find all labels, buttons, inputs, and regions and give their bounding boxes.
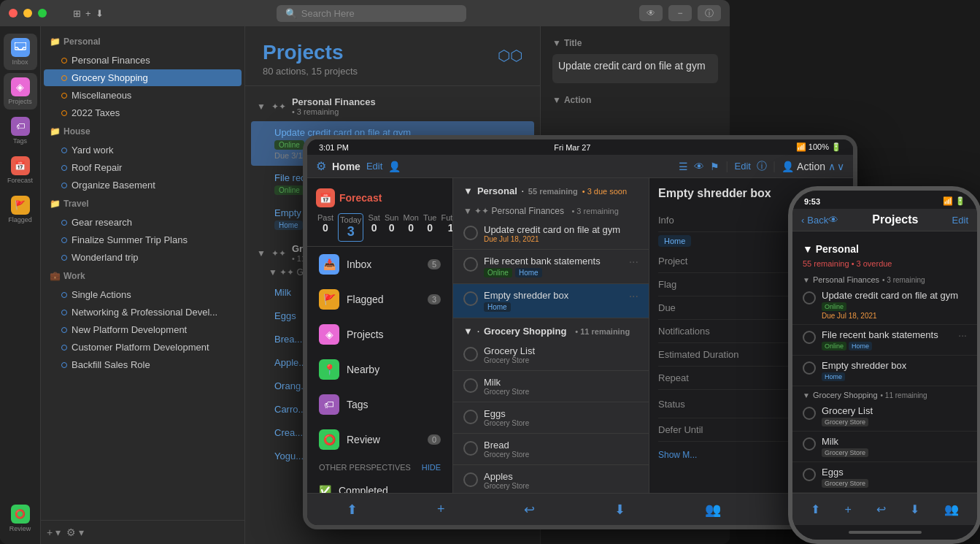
sidebar-item-backfill-sales[interactable]: Backfill Sales Role xyxy=(44,356,242,373)
sidebar-item-2022taxes[interactable]: 2022 Taxes xyxy=(44,104,242,121)
sidebar-item-projects[interactable]: ◈ Projects xyxy=(4,73,37,110)
ipad-grocery-header[interactable]: ▼ · Grocery Shopping • 11 remaining xyxy=(453,318,649,340)
sidebar-item-wonderland[interactable]: Wonderland trip xyxy=(44,249,242,266)
sidebar-item-inbox[interactable]: Inbox xyxy=(4,34,37,70)
sidebar-item-miscellaneous[interactable]: Miscellaneous xyxy=(44,87,242,104)
sidebar-group-travel[interactable]: 📁 Travel xyxy=(41,194,244,213)
sidebar-item-grocery-shopping[interactable]: Grocery Shopping xyxy=(44,69,242,86)
sidebar-item-new-platform[interactable]: New Platform Development xyxy=(44,321,242,338)
iphone-task-grocery-list[interactable]: Grocery List Grocery Store xyxy=(792,401,977,432)
sidebar-item-organize-basement[interactable]: Organize Basement xyxy=(44,177,242,194)
ipad-bottom-undo[interactable]: ↩ xyxy=(524,502,535,518)
ipad-task-empty-shredder[interactable]: Empty shredder box Home ··· xyxy=(453,284,649,318)
ipad-chevron-up[interactable]: ∧ xyxy=(828,161,836,172)
iphone-title-milk: Milk xyxy=(822,436,967,447)
iphone-task-eggs[interactable]: Eggs Grocery Store xyxy=(792,462,977,493)
window-icon-3: ⬇ xyxy=(96,8,104,19)
ipad-task-bread[interactable]: Bread Grocery Store xyxy=(453,434,649,465)
iphone-bottom-undo[interactable]: ↩ xyxy=(876,502,886,516)
iphone-bottom-add[interactable]: + xyxy=(845,503,852,516)
ipad-nav-flag-icon[interactable]: ⚑ xyxy=(710,161,719,172)
traffic-light-yellow[interactable] xyxy=(23,9,32,18)
ipad-nav-list-icon[interactable]: ☰ xyxy=(679,161,688,172)
sidebar-item-tags[interactable]: 🏷 Tags xyxy=(4,112,37,149)
status-key: Status xyxy=(658,399,685,410)
ipad-edit-left[interactable]: Edit xyxy=(366,161,382,172)
ipad-settings-icon[interactable]: ⚙ xyxy=(316,159,326,173)
ipad-task-eggs[interactable]: Eggs Grocery Store xyxy=(453,402,649,434)
ipad-sidebar-nearby[interactable]: 📍 Nearby xyxy=(307,352,452,387)
sidebar-item-personal-finances[interactable]: Personal Finances xyxy=(44,52,242,69)
ipad-task-milk[interactable]: Milk Grocery Store xyxy=(453,371,649,402)
toolbar-minus-button[interactable]: − xyxy=(668,5,692,21)
sidebar-item-flagged[interactable]: 🚩 Flagged xyxy=(4,191,37,228)
ipad-bottom-download[interactable]: ⬇ xyxy=(614,502,625,518)
ipad-task-file-recent[interactable]: File recent bank statements Online Home … xyxy=(453,250,649,284)
traffic-light-red[interactable] xyxy=(9,9,18,18)
sidebar-item-single-actions[interactable]: Single Actions xyxy=(44,286,242,303)
sidebar-item-yard-work[interactable]: Yard work xyxy=(44,142,242,158)
traffic-light-green[interactable] xyxy=(38,9,47,18)
sidebar-item-gear-research[interactable]: Gear research xyxy=(44,214,242,231)
iphone-task-update-credit[interactable]: Update credit card on file at gym Online… xyxy=(792,286,977,325)
sidebar-item-summer-trip[interactable]: Finalize Summer Trip Plans xyxy=(44,231,242,248)
sidebar-group-personal[interactable]: 📁 Personal xyxy=(41,32,244,51)
ipad-nav-icon-person[interactable]: 👤 xyxy=(388,161,401,172)
ipad-chevron-down[interactable]: ∨ xyxy=(837,161,844,172)
ipad-task-grocery-list[interactable]: Grocery List Grocery Store xyxy=(453,340,649,371)
iphone-bottom-group[interactable]: 👥 xyxy=(944,502,959,516)
yard-work-label: Yard work xyxy=(72,145,114,156)
circle-file-recent xyxy=(463,257,478,272)
ipad-bottom-upload[interactable]: ⬆ xyxy=(347,502,358,518)
iphone-task-file-recent[interactable]: File recent bank statements Online Home … xyxy=(792,325,977,356)
ipad-sidebar-flagged[interactable]: 🚩 Flagged 3 xyxy=(307,282,452,317)
more-icon-file[interactable]: ··· xyxy=(629,256,638,269)
settings-button[interactable]: ⚙ ▾ xyxy=(66,526,84,538)
iphone-task-empty-shredder[interactable]: Empty shredder box Home xyxy=(792,356,977,386)
projects-grid-icon[interactable]: ⬡⬡ xyxy=(498,47,522,64)
iphone-bottom-upload[interactable]: ⬆ xyxy=(811,502,820,516)
ipad-bottom-add[interactable]: + xyxy=(437,502,445,517)
ipad-pf-header[interactable]: ▼ ✦✦ Personal Finances • 3 remaining xyxy=(453,199,649,218)
toolbar-info-button[interactable]: ⓘ xyxy=(698,5,721,21)
ipad-home-label[interactable]: Home xyxy=(332,161,360,172)
forecast-today[interactable]: Today 3 xyxy=(338,213,363,242)
sidebar-item-customer-platform[interactable]: Customer Platform Development xyxy=(44,339,242,356)
personal-remaining: 55 remaining xyxy=(528,187,578,196)
iphone-edit-label[interactable]: Edit xyxy=(952,215,968,226)
ipad-sidebar-inbox[interactable]: 📥 Inbox 5 xyxy=(307,247,452,282)
ipad-task-update-credit[interactable]: Update credit card on file at gym Due Ju… xyxy=(453,218,649,250)
iphone-bottom-download[interactable]: ⬇ xyxy=(910,502,919,516)
ipad-nav-eye-icon[interactable]: 👁 xyxy=(694,161,704,172)
title-value[interactable]: Update credit card on file at gym xyxy=(552,54,718,83)
sidebar-group-house[interactable]: 📁 House xyxy=(41,122,244,141)
ipad-bottom-group[interactable]: 👥 xyxy=(705,502,721,518)
hide-button[interactable]: HIDE xyxy=(422,463,441,472)
iphone-nav-bar: ‹ Back 👁 Projects Edit xyxy=(792,209,977,231)
ipad-info-icon[interactable]: ⓘ xyxy=(757,160,767,173)
ipad-task-apples[interactable]: Apples Grocery Store xyxy=(453,465,649,493)
ipad-edit-right[interactable]: Edit xyxy=(735,161,751,172)
search-bar[interactable]: 🔍 Search Here xyxy=(277,5,466,22)
sidebar-item-networking[interactable]: Networking & Professional Devel... xyxy=(44,304,242,321)
ipad-sidebar-tags[interactable]: 🏷 Tags xyxy=(307,387,452,422)
add-button[interactable]: + ▾ xyxy=(47,526,61,538)
more-icon-shredder[interactable]: ··· xyxy=(629,290,638,303)
ipad-sidebar-projects[interactable]: ◈ Projects xyxy=(307,317,452,352)
iphone-back-button[interactable]: ‹ Back xyxy=(801,215,828,226)
sidebar-item-review[interactable]: ⭕ Review xyxy=(4,500,37,537)
sidebar-group-work[interactable]: 💼 Work xyxy=(41,267,244,286)
toolbar-eye-button[interactable]: 👁 xyxy=(639,5,663,21)
iphone-more-file[interactable]: ··· xyxy=(958,329,967,341)
iphone-task-milk[interactable]: Milk Grocery Store xyxy=(792,432,977,462)
circle-apples xyxy=(463,472,478,487)
personal-finances-header[interactable]: ▼ ✦✦ Personal Finances • 3 remaining xyxy=(245,92,540,120)
task-title-update-credit: Update credit card on file at gym xyxy=(484,224,638,235)
ipad-forecast-item[interactable]: 📅 Forecast xyxy=(307,184,452,209)
iphone-eye-icon[interactable]: 👁 xyxy=(828,214,838,226)
sidebar-item-forecast[interactable]: 📅 Forecast xyxy=(4,152,37,188)
sidebar-item-roof-repair[interactable]: Roof Repair xyxy=(44,159,242,176)
ipad-completed[interactable]: ✅ Completed xyxy=(307,478,452,493)
ipad-person-icon-right[interactable]: 👤 xyxy=(782,161,794,172)
ipad-sidebar-review[interactable]: ⭕ Review 0 xyxy=(307,422,452,457)
